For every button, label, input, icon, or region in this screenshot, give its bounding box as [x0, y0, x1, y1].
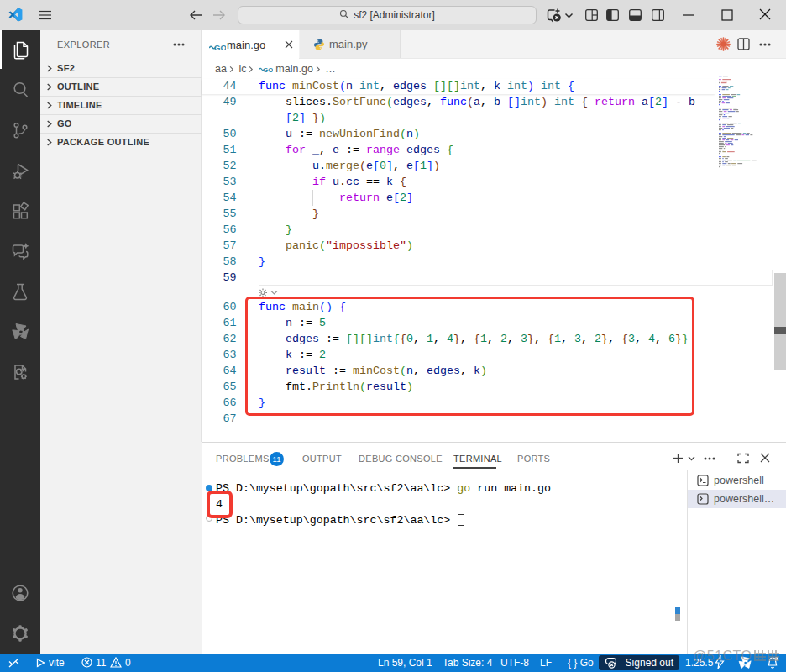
svg-text:GO: GO — [214, 43, 226, 52]
svg-text:GO: GO — [263, 66, 273, 73]
